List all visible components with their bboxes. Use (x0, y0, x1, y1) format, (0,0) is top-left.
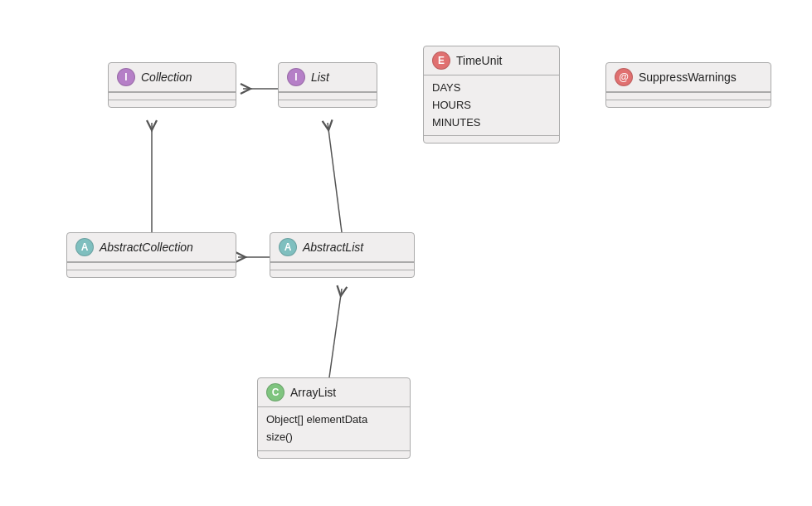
list-header: I List (279, 63, 377, 92)
collection-header: I Collection (109, 63, 236, 92)
list-footer2 (279, 100, 377, 107)
svg-line-4 (329, 289, 342, 377)
array-list-field1: Object[] elementData (266, 411, 401, 429)
time-unit-header: E TimeUnit (424, 46, 559, 75)
suppress-warnings-footer2 (606, 100, 771, 107)
time-unit-days: DAYS (432, 80, 551, 97)
array-list-node: C ArrayList Object[] elementData size() (257, 377, 411, 459)
array-list-field2: size() (266, 429, 401, 446)
collection-footer2 (109, 100, 236, 107)
abstract-collection-header: A AbstractCollection (67, 233, 236, 262)
array-list-badge: C (266, 383, 284, 401)
suppress-warnings-label: SuppressWarnings (639, 71, 737, 84)
collection-node: I Collection (108, 62, 236, 108)
list-badge: I (287, 68, 305, 86)
abstract-collection-footer (67, 262, 236, 270)
collection-footer (109, 92, 236, 100)
abstract-collection-label: AbstractCollection (100, 241, 193, 254)
abstract-list-label: AbstractList (303, 241, 363, 254)
abstract-collection-footer2 (67, 270, 236, 277)
suppress-warnings-header: @ SuppressWarnings (606, 63, 771, 92)
collection-label: Collection (141, 71, 192, 84)
list-footer (279, 92, 377, 100)
time-unit-label: TimeUnit (456, 54, 503, 67)
suppress-warnings-footer (606, 92, 771, 100)
abstract-collection-badge: A (75, 238, 94, 256)
diagram-canvas: I Collection I List A AbstractCollection… (0, 0, 812, 506)
abstract-list-footer (270, 262, 414, 270)
array-list-footer (258, 450, 410, 458)
abstract-list-node: A AbstractList (270, 232, 415, 278)
svg-line-3 (328, 123, 342, 232)
list-label: List (311, 71, 329, 84)
array-list-header: C ArrayList (258, 378, 410, 407)
abstract-list-header: A AbstractList (270, 233, 414, 262)
list-node: I List (278, 62, 377, 108)
time-unit-badge: E (432, 51, 450, 70)
abstract-collection-node: A AbstractCollection (66, 232, 236, 278)
suppress-warnings-badge: @ (615, 68, 633, 86)
abstract-list-footer2 (270, 270, 414, 277)
time-unit-node: E TimeUnit DAYS HOURS MINUTES (423, 46, 560, 144)
array-list-label: ArrayList (290, 386, 336, 399)
time-unit-hours: HOURS (432, 97, 551, 114)
time-unit-footer (424, 135, 559, 143)
array-list-body: Object[] elementData size() (258, 407, 410, 450)
suppress-warnings-node: @ SuppressWarnings (605, 62, 771, 108)
collection-badge: I (117, 68, 135, 86)
time-unit-minutes: MINUTES (432, 114, 551, 132)
abstract-list-badge: A (279, 238, 297, 256)
time-unit-body: DAYS HOURS MINUTES (424, 75, 559, 135)
